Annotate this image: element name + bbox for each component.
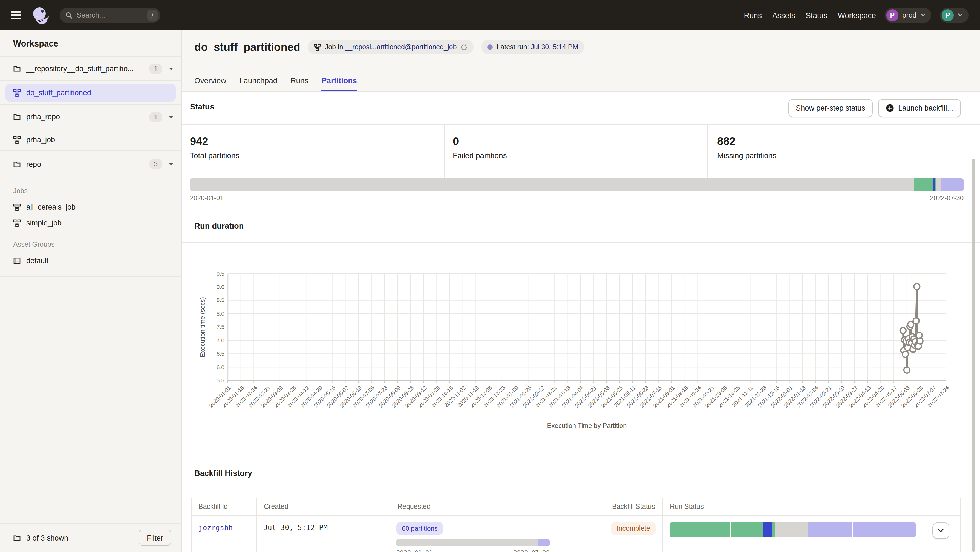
- chevron-down-icon: [958, 13, 963, 17]
- bar-segment: [537, 539, 550, 546]
- backfill-created: Jul 30, 5:12 PM: [263, 523, 390, 532]
- asset-group-icon: [13, 257, 21, 265]
- latest-run-chip: Latest run: Jul 30, 5:14 PM: [481, 40, 584, 54]
- stat-missing-partitions: 882 Missing partitions: [717, 135, 776, 160]
- partition-status-bar[interactable]: [190, 178, 964, 191]
- bar-segment: [772, 522, 775, 537]
- workspace-sidebar: Workspace __repository__do_stuff_partiti…: [0, 30, 182, 552]
- job-label: do_stuff_partitioned: [26, 89, 91, 97]
- bar-segment: [775, 522, 808, 537]
- stat-total-partitions: 942 Total partitions: [190, 135, 240, 160]
- nav-links: Runs Assets Status Workspace: [744, 11, 876, 19]
- nav-link-workspace[interactable]: Workspace: [838, 11, 876, 19]
- expand-row-button[interactable]: [932, 522, 949, 539]
- sidebar-selected-wrap: do_stuff_partitioned: [0, 81, 181, 105]
- sidebar-item-default-asset-group[interactable]: default: [0, 253, 181, 269]
- backfill-table: Backfill Id Created Requested Backfill S…: [191, 498, 961, 552]
- job-chip: Job in __reposi...artitioned@partitioned…: [308, 40, 474, 54]
- chart-x-axis-title: Execution Time by Partition: [228, 422, 946, 430]
- y-tick-label: 7.0: [216, 337, 224, 343]
- data-point-marker[interactable]: [904, 367, 910, 373]
- y-tick-label: 7.5: [216, 324, 224, 330]
- bar-segment: [731, 522, 764, 537]
- sidebar-repo-prha-repo[interactable]: prha_repo 1: [0, 105, 181, 129]
- search-input[interactable]: [76, 11, 147, 19]
- search-icon: [65, 11, 73, 19]
- sidebar-repo-repository-do-stuff[interactable]: __repository__do_stuff_partitio... 1: [0, 57, 181, 81]
- backfill-id-link[interactable]: jozrgsbh: [199, 523, 256, 532]
- chart-y-ticks: 9.59.08.58.07.57.06.56.05.5: [204, 273, 226, 381]
- page-scrollbar[interactable]: [972, 159, 975, 552]
- job-icon: [13, 89, 21, 97]
- latest-run-prefix: Latest run:: [496, 43, 529, 51]
- page-header: do_stuff_partitioned Job in __reposi...a…: [182, 30, 980, 92]
- asset-groups-section-label: Asset Groups: [0, 231, 181, 253]
- backfill-history-heading: Backfill History: [194, 469, 252, 477]
- repo-label: __repository__do_stuff_partitio...: [26, 65, 134, 73]
- backfill-table-header: Backfill Id Created Requested Backfill S…: [191, 498, 960, 516]
- data-point-marker[interactable]: [902, 351, 908, 357]
- run-duration-chart[interactable]: [228, 273, 946, 384]
- y-tick-label: 5.5: [216, 377, 224, 384]
- bar-segment: [853, 522, 916, 537]
- user-menu[interactable]: P: [940, 7, 969, 23]
- col-actions: [925, 498, 960, 516]
- stat-label: Total partitions: [190, 151, 240, 160]
- sidebar-item-do-stuff-partitioned[interactable]: do_stuff_partitioned: [5, 84, 176, 102]
- data-point-marker[interactable]: [914, 283, 920, 289]
- job-icon: [13, 203, 21, 211]
- tab-overview[interactable]: Overview: [194, 70, 226, 91]
- tab-runs[interactable]: Runs: [290, 70, 308, 91]
- job-chip-prefix: Job in: [325, 43, 343, 51]
- job-chip-link[interactable]: __reposi...artitioned@partitioned_job: [345, 43, 457, 51]
- top-nav: / Runs Assets Status Workspace P prod P: [0, 0, 980, 30]
- sidebar-repo-repo[interactable]: repo 3: [0, 151, 181, 177]
- repo-count-badge: 3: [150, 159, 162, 169]
- requested-partitions-chip[interactable]: 60 partitions: [396, 522, 443, 535]
- caret-down-icon[interactable]: [169, 115, 173, 119]
- nav-link-assets[interactable]: Assets: [772, 11, 795, 19]
- data-point-marker[interactable]: [900, 327, 906, 333]
- deployment-label: prod: [902, 11, 916, 19]
- tab-partitions[interactable]: Partitions: [321, 70, 357, 91]
- data-point-marker[interactable]: [917, 338, 923, 344]
- y-tick-label: 8.0: [216, 310, 224, 317]
- refresh-icon[interactable]: [460, 43, 468, 51]
- nav-link-runs[interactable]: Runs: [744, 11, 762, 19]
- nav-link-status[interactable]: Status: [806, 11, 827, 19]
- requested-range-end: 2022-07-30: [514, 549, 550, 552]
- filter-button[interactable]: Filter: [138, 530, 171, 546]
- deployment-switcher[interactable]: P prod: [885, 7, 931, 23]
- launch-backfill-button[interactable]: Launch backfill...: [878, 99, 961, 117]
- stat-value: 942: [190, 135, 240, 148]
- caret-down-icon[interactable]: [169, 67, 173, 70]
- show-per-step-status-button[interactable]: Show per-step status: [788, 99, 873, 117]
- dagster-app: / Runs Assets Status Workspace P prod P …: [0, 0, 980, 552]
- menu-icon[interactable]: [11, 11, 21, 19]
- caret-down-icon[interactable]: [169, 162, 173, 166]
- bar-segment: [933, 178, 935, 191]
- launch-backfill-label: Launch backfill...: [898, 104, 953, 112]
- job-label: prha_job: [26, 136, 55, 144]
- col-created: Created: [257, 498, 390, 516]
- repo-label: repo: [26, 160, 41, 168]
- sidebar-title: Workspace: [0, 30, 181, 57]
- tab-launchpad[interactable]: Launchpad: [240, 70, 278, 91]
- page-title: do_stuff_partitioned: [194, 41, 300, 53]
- col-requested: Requested: [390, 498, 550, 516]
- sidebar-footer: 3 of 3 shown Filter: [0, 523, 181, 552]
- chevron-down-icon: [938, 528, 944, 533]
- sidebar-item-all-cereals-job[interactable]: all_cereals_job: [0, 199, 181, 215]
- run-status-bar[interactable]: [670, 522, 916, 537]
- bar-segment: [190, 178, 914, 191]
- col-backfill-status: Backfill Status: [550, 498, 663, 516]
- bar-segment: [914, 178, 933, 191]
- partition-range-start: 2020-01-01: [190, 194, 224, 202]
- search-box[interactable]: /: [60, 7, 161, 23]
- sidebar-item-prha-job[interactable]: prha_job: [0, 129, 181, 151]
- sidebar-item-simple-job[interactable]: simple_job: [0, 215, 181, 231]
- latest-run-link[interactable]: Jul 30, 5:14 PM: [531, 43, 578, 51]
- data-point-marker[interactable]: [913, 317, 919, 324]
- job-label: simple_job: [26, 219, 62, 227]
- main-content: do_stuff_partitioned Job in __reposi...a…: [182, 30, 980, 552]
